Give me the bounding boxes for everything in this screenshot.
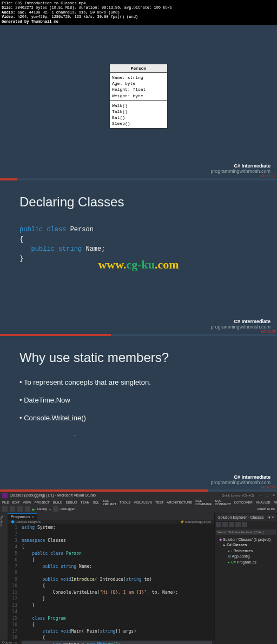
solution-icon: ◆ xyxy=(219,538,222,541)
sol-refresh-icon[interactable] xyxy=(222,522,228,527)
side-tabs[interactable]: Toolbox xyxy=(0,513,8,640)
attach-iis-button[interactable]: Attach to IIS xyxy=(257,507,275,511)
code-editor[interactable]: 12345678910111213141516171819202122 usin… xyxy=(8,524,214,644)
tree-item[interactable]: References xyxy=(233,549,253,553)
slide-footer: C# Intermediate programmingwithmosh.com xyxy=(210,163,271,174)
panel-title: Solution Explorer - Classes xyxy=(218,515,263,520)
footer-url: programmingwithmosh.com xyxy=(210,169,271,174)
footer-title: C# Intermediate xyxy=(210,163,271,169)
panel-options-icon[interactable]: ▾ × xyxy=(268,515,274,520)
menu-item[interactable]: SQL COMPARE xyxy=(195,499,212,506)
menu-item[interactable]: TEAM xyxy=(81,501,90,504)
code-keyword: public xyxy=(31,245,55,253)
menu-item[interactable]: BUILD xyxy=(53,501,63,504)
uml-field: Weight: byte xyxy=(112,93,165,99)
menu-item[interactable]: SQL xyxy=(93,501,99,504)
tree-project[interactable]: Classes xyxy=(233,543,247,547)
breadcrumb[interactable]: 🔷 Classes.Program ⚡ Main(string[] args) xyxy=(8,520,214,524)
nav-back-icon[interactable] xyxy=(2,506,8,512)
code-type: Person xyxy=(70,226,94,233)
menu-item[interactable]: DOTCOVER xyxy=(234,501,253,504)
tree-item[interactable]: Program.cs xyxy=(237,560,256,564)
uml-field: Age: byte xyxy=(112,81,165,86)
bullet-item: To represent concepts that are singleton… xyxy=(19,378,258,386)
uml-diagram: Person Name: string Age: byte Height: fl… xyxy=(109,64,168,129)
menu-item[interactable]: ANALYZE xyxy=(256,501,271,504)
menu-item[interactable]: PROJECT xyxy=(35,501,50,504)
debugger-label[interactable]: Debugger... xyxy=(61,507,77,511)
uml-method: Walk() xyxy=(112,103,165,109)
meta-label: Video: xyxy=(2,15,15,19)
output-tab[interactable]: Output xyxy=(2,641,12,644)
menu-item[interactable]: TOOLS xyxy=(120,501,130,504)
menu-item[interactable]: SQL CONNECT xyxy=(215,499,231,506)
editor: Program.cs × 🔷 Classes.Program ⚡ Main(st… xyxy=(8,513,214,640)
cs-file-icon: ▸ C# xyxy=(228,560,236,564)
config-icon: ⚙ xyxy=(228,554,231,558)
menubar[interactable]: FILE EDIT VIEW PROJECT BUILD DEBUG TEAM … xyxy=(0,499,277,506)
slide-title: Declaring Classes xyxy=(19,194,258,210)
project-icon: C# xyxy=(227,543,232,547)
uml-method: Sleep() xyxy=(112,120,165,126)
code-keyword: string xyxy=(58,245,82,253)
uml-field: Name: string xyxy=(112,75,165,81)
undo-icon[interactable] xyxy=(25,506,30,512)
solution-tree[interactable]: ◆ Solution 'Classes' (1 project) ▸ C# Cl… xyxy=(216,536,276,567)
tree-solution[interactable]: Solution 'Classes' (1 project) xyxy=(223,538,271,541)
footer-title: C# Intermediate xyxy=(210,474,271,480)
toolbar: ▶ Debug ▾ Debugger... Attach to IIS xyxy=(0,506,277,513)
menu-item[interactable]: FILE xyxy=(2,501,9,504)
menu-item[interactable]: EDIT xyxy=(12,501,20,504)
timestamp: 00:05:28 xyxy=(261,330,276,333)
tree-item[interactable]: App.config xyxy=(232,554,250,558)
uml-class-name: Person xyxy=(109,64,168,73)
quick-launch[interactable]: Quick Launch (Ctrl+Q) xyxy=(222,494,254,497)
menu-item[interactable]: TEST xyxy=(155,501,163,504)
code-punct: ; xyxy=(101,245,105,253)
toolbox-tab[interactable]: Toolbox xyxy=(0,515,8,527)
debug-dropdown[interactable]: Debug xyxy=(37,507,47,511)
media-metadata: File: 005 Introduction to Classes.mp4 Si… xyxy=(0,0,277,25)
meta-label: Size: xyxy=(2,5,13,10)
sol-home-icon[interactable] xyxy=(216,522,221,527)
meta-generator: Generated by Thumbnail me xyxy=(2,19,58,24)
start-icon[interactable]: ▶ xyxy=(32,507,35,511)
watermark: www.cg-ku.com xyxy=(98,258,179,272)
sol-showall-icon[interactable] xyxy=(235,522,241,527)
sol-props-icon[interactable] xyxy=(242,522,247,527)
save-icon[interactable] xyxy=(17,506,23,512)
menu-item[interactable]: RESHARPER xyxy=(274,501,277,504)
close-tab-icon[interactable]: × xyxy=(32,515,34,519)
menu-item[interactable]: VISUALSVN xyxy=(134,501,152,504)
meta-label: File: xyxy=(2,1,13,5)
bullet-item: DateTime.Now xyxy=(19,396,258,404)
footer-url: programmingwithmosh.com xyxy=(210,480,271,485)
slide-uml: Person Name: string Age: byte Height: fl… xyxy=(0,25,277,178)
line-gutter: 12345678910111213141516171819202122 xyxy=(8,524,19,644)
menu-item[interactable]: VIEW xyxy=(23,501,31,504)
footer-url: programmingwithmosh.com xyxy=(210,324,271,330)
meta-value: aac, 44100 Hz, 1 channels, s16, 59 kb/s … xyxy=(17,10,120,15)
nav-fwd-icon[interactable] xyxy=(10,506,15,512)
sol-collapse-icon[interactable] xyxy=(229,522,234,527)
cursor-icon: ⌐ xyxy=(74,433,258,438)
visual-studio-ide: Classes (Debugging) (1/1) - Microsoft Vi… xyxy=(0,492,277,644)
meta-value: h264, yuv420p, 1280x720, 133 kb/s, 30.00… xyxy=(17,15,138,19)
maximize-icon[interactable]: □ xyxy=(266,493,268,497)
chevron-down-icon[interactable]: ▸ xyxy=(223,543,226,547)
minimize-icon[interactable]: − xyxy=(260,493,262,497)
menu-item[interactable]: SQL PROMPT xyxy=(102,499,116,506)
menu-item[interactable]: DEBUG xyxy=(65,501,77,504)
file-tab[interactable]: Program.cs × xyxy=(8,513,37,520)
close-icon[interactable]: × xyxy=(273,493,275,497)
toolbar-icon[interactable] xyxy=(53,506,58,512)
vs-logo-icon xyxy=(2,493,8,498)
slide-static-members: Why use static members? To represent con… xyxy=(0,336,277,489)
bullet-item: Console.WriteLine() xyxy=(19,414,258,422)
menu-item[interactable]: ARCHITECTURE xyxy=(167,501,192,504)
solution-search[interactable]: Search Solution Explorer (Ctrl+;) xyxy=(216,529,276,535)
timestamp: 00:01:17 xyxy=(261,174,276,178)
titlebar: Classes (Debugging) (1/1) - Microsoft Vi… xyxy=(0,492,277,499)
timestamp: 00:10:22 xyxy=(261,485,276,489)
meta-label: Audio: xyxy=(2,10,15,15)
